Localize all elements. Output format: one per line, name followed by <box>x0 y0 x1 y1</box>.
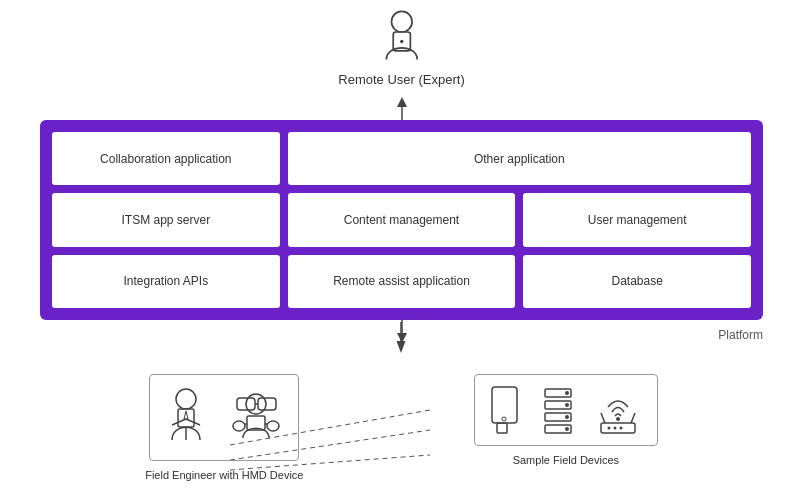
platform-box: Collaboration application Other applicat… <box>40 120 763 320</box>
svg-point-33 <box>565 391 569 395</box>
hmd-device-icon <box>229 390 284 445</box>
svg-line-43 <box>631 413 635 423</box>
person-icon <box>371 8 431 68</box>
sample-devices-label: Sample Field Devices <box>513 454 619 466</box>
content-mgmt-cell: Content management <box>288 193 516 246</box>
svg-marker-11 <box>397 333 407 343</box>
field-engineer-label: Field Engineer with HMD Device <box>145 469 303 481</box>
svg-line-16 <box>186 419 200 425</box>
router-icon <box>593 385 643 435</box>
svg-point-30 <box>502 417 506 421</box>
svg-point-40 <box>616 417 620 421</box>
svg-rect-31 <box>497 423 507 433</box>
collaboration-app-cell: Collaboration application <box>52 132 280 185</box>
sample-devices-box <box>474 374 658 446</box>
svg-rect-41 <box>601 423 635 433</box>
svg-rect-29 <box>492 387 517 423</box>
platform-grid: Collaboration application Other applicat… <box>52 132 751 308</box>
svg-point-26 <box>267 421 279 431</box>
svg-line-15 <box>172 419 186 425</box>
database-cell: Database <box>523 255 751 308</box>
svg-point-0 <box>391 11 412 32</box>
svg-point-44 <box>607 427 610 430</box>
svg-point-2 <box>400 40 403 43</box>
svg-point-46 <box>619 427 622 430</box>
svg-line-17 <box>184 411 186 419</box>
bottom-section: Field Engineer with HMD Device <box>0 374 803 481</box>
server-icon <box>541 385 579 435</box>
diagram-container: Remote User (Expert) Collaboration appli… <box>0 0 803 501</box>
svg-rect-22 <box>258 398 276 410</box>
platform-label: Platform <box>718 328 763 342</box>
svg-point-37 <box>565 415 569 419</box>
svg-point-12 <box>176 389 196 409</box>
sample-device-icons <box>489 385 643 435</box>
tablet-icon <box>489 385 527 435</box>
svg-point-25 <box>233 421 245 431</box>
field-engineer-box <box>149 374 299 461</box>
svg-point-35 <box>565 403 569 407</box>
svg-marker-4 <box>397 97 407 107</box>
svg-point-45 <box>613 427 616 430</box>
field-engineer-icons <box>164 385 284 450</box>
svg-line-19 <box>186 411 188 419</box>
other-app-cell: Other application <box>288 132 751 185</box>
engineer-person-icon <box>164 385 219 450</box>
user-mgmt-cell: User management <box>523 193 751 246</box>
remote-user-label: Remote User (Expert) <box>338 72 464 87</box>
field-engineer-group: Field Engineer with HMD Device <box>145 374 303 481</box>
itsm-cell: ITSM app server <box>52 193 280 246</box>
down-arrow-icon <box>392 319 412 344</box>
integration-apis-cell: Integration APIs <box>52 255 280 308</box>
sample-devices-group: Sample Field Devices <box>474 374 658 466</box>
svg-point-39 <box>565 427 569 431</box>
remote-user: Remote User (Expert) <box>338 8 464 87</box>
svg-line-42 <box>601 413 605 423</box>
remote-assist-cell: Remote assist application <box>288 255 516 308</box>
